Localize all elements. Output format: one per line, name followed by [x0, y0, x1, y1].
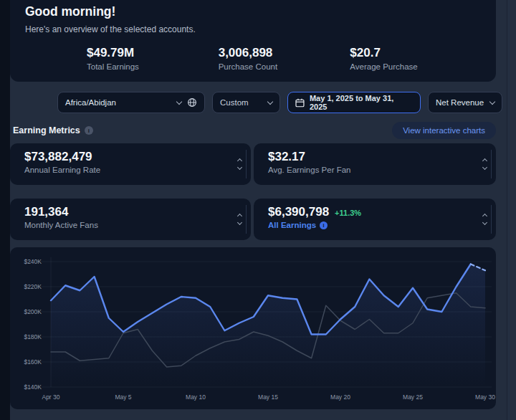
metric-card-monthly-active-fans: 191,364 Monthly Active Fans [10, 199, 251, 240]
metric-value: $32.17 [268, 150, 305, 164]
stepper-divider [491, 205, 492, 234]
y-tick-label: $240K [24, 258, 42, 265]
earning-metrics-header: Earning Metrics i View interactive chart… [10, 121, 496, 140]
stat-value: $20.7 [350, 46, 482, 60]
x-tick-label: May 10 [186, 393, 206, 401]
timezone-select[interactable]: Africa/Abidjan [57, 92, 205, 113]
stat-label: Average Purchase [350, 62, 482, 71]
stepper-divider [246, 205, 247, 234]
stat-average-purchase: $20.7 Average Purchase [350, 46, 482, 71]
y-tick-label: $140K [24, 383, 42, 391]
x-tick-label: May 15 [258, 393, 278, 401]
greeting-subtitle: Here's an overview of the selected accou… [25, 24, 482, 34]
metric-label: Annual Earning Rate [24, 166, 222, 174]
metric-select[interactable]: Net Revenue [428, 92, 502, 113]
stat-value: 3,006,898 [219, 46, 350, 60]
chevron-down-icon [237, 220, 242, 225]
stat-label: Total Earnings [87, 62, 219, 71]
metric-label: All Earnings [268, 221, 316, 229]
chevron-down-icon [489, 98, 495, 104]
stat-value: $49.79M [87, 46, 219, 60]
earnings-chart-card: $240K$220K$200K$180K$160K$140KApr 30May … [10, 247, 496, 409]
stat-total-earnings: $49.79M Total Earnings [87, 46, 219, 71]
range-type-select[interactable]: Custom [212, 92, 280, 113]
chevron-down-icon [237, 165, 242, 170]
x-tick-label: May 30 [475, 393, 495, 401]
metric-value: 191,364 [24, 205, 68, 219]
x-tick-label: May 5 [115, 393, 131, 401]
stat-label: Purchase Count [219, 62, 350, 71]
filter-row: Africa/Abidjan Custom May 1, 2025 to [57, 92, 502, 113]
section-title: Earning Metrics [13, 125, 80, 135]
date-range-value: May 1, 2025 to May 31, 2025 [310, 94, 413, 111]
y-tick-label: $200K [24, 308, 42, 315]
info-icon[interactable]: i [320, 221, 328, 229]
chevron-up-icon [237, 158, 242, 163]
chevron-down-icon [176, 98, 182, 104]
x-tick-label: May 20 [330, 393, 350, 401]
overview-card: Good morning! Here's an overview of the … [10, 0, 496, 82]
greeting-title: Good morning! [25, 4, 482, 19]
y-tick-label: $220K [24, 283, 42, 290]
metric-value: $6,390,798 [268, 205, 329, 219]
overview-stats-row: $49.79M Total Earnings 3,006,898 Purchas… [87, 46, 482, 71]
metric-value: Net Revenue [436, 98, 484, 107]
dashboard-content: Good morning! Here's an overview of the … [10, 0, 496, 420]
globe-icon [187, 97, 197, 108]
left-edge-strip [0, 0, 10, 420]
stepper-divider [491, 150, 492, 178]
chevron-down-icon [482, 165, 487, 170]
metric-card-all-earnings: $6,390,798 +11.3% All Earnings i [254, 199, 496, 240]
info-icon[interactable]: i [85, 126, 93, 135]
metric-stepper[interactable] [483, 214, 487, 224]
chevron-down-icon [267, 98, 273, 104]
metric-label: Monthly Active Fans [24, 221, 222, 229]
metrics-grid: $73,882,479 Annual Earning Rate $32.17 A… [10, 143, 496, 240]
metric-stepper[interactable] [238, 214, 242, 224]
all-earnings-link[interactable]: All Earnings i [268, 221, 467, 229]
y-tick-label: $180K [24, 333, 42, 340]
range-type-value: Custom [220, 98, 249, 107]
chevron-up-icon [482, 158, 487, 163]
metric-delta-badge: +11.3% [335, 209, 361, 217]
x-tick-label: May 25 [403, 393, 423, 401]
calendar-icon [295, 98, 305, 108]
chevron-down-icon [482, 220, 487, 225]
stat-purchase-count: 3,006,898 Purchase Count [219, 46, 350, 71]
metric-stepper[interactable] [238, 159, 242, 169]
metric-value: $73,882,479 [24, 150, 92, 164]
metric-label: Avg. Earnings Per Fan [268, 166, 467, 174]
metric-stepper[interactable] [483, 159, 487, 169]
x-tick-label: Apr 30 [42, 393, 59, 401]
timezone-value: Africa/Abidjan [65, 98, 116, 107]
metric-card-annual-earning-rate: $73,882,479 Annual Earning Rate [10, 143, 251, 185]
view-interactive-charts-button[interactable]: View interactive charts [392, 122, 496, 139]
metric-card-avg-earnings-per-fan: $32.17 Avg. Earnings Per Fan [254, 143, 496, 185]
chevron-up-icon [237, 214, 242, 219]
y-tick-label: $160K [24, 358, 42, 366]
scrollbar-track[interactable] [507, 0, 516, 420]
chevron-up-icon [482, 214, 487, 219]
date-range-input[interactable]: May 1, 2025 to May 31, 2025 [287, 92, 421, 113]
stepper-divider [246, 150, 247, 178]
earnings-line-chart[interactable]: $240K$220K$200K$180K$160K$140KApr 30May … [10, 247, 496, 409]
